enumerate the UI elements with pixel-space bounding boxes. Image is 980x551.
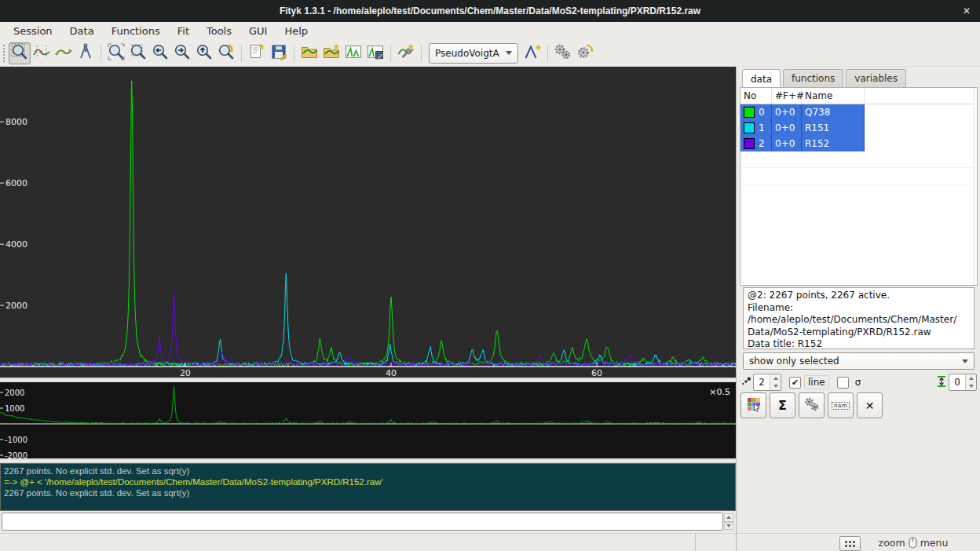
svg-text:1000: 1000 <box>5 404 24 413</box>
delete-button[interactable]: ✕ <box>857 392 883 418</box>
dataset-name: R151 <box>802 120 865 136</box>
console-output: 2267 points. No explicit std. dev. Set a… <box>0 463 736 511</box>
zoom-right-button[interactable] <box>171 42 193 64</box>
close-button[interactable]: ✕ <box>963 0 971 22</box>
y-shift-stepper[interactable]: 0 <box>949 374 977 391</box>
dataset-color-swatch[interactable] <box>744 107 755 118</box>
menubar: SessionDataFunctionsFitToolsGUIHelp <box>0 22 980 40</box>
dataset-f-count: 0+0 <box>772 104 802 120</box>
zoom-previous-button[interactable] <box>215 42 237 64</box>
main-plot-canvas: 2000400060008000204060 <box>0 67 736 378</box>
sum-button[interactable]: Σ <box>770 392 795 418</box>
main-plot[interactable]: 2000400060008000204060 <box>0 67 736 378</box>
functions-button[interactable] <box>799 392 825 418</box>
rename-button[interactable]: nam <box>828 392 854 418</box>
dataset-name: R152 <box>802 136 865 151</box>
zoom-up-icon <box>195 42 214 64</box>
function-type-value: PseudoVoigtA <box>435 48 499 59</box>
svg-text:4000: 4000 <box>5 239 27 250</box>
zoom-up-button[interactable] <box>193 42 215 64</box>
transform-data-button[interactable] <box>395 42 417 64</box>
zoom-right-icon <box>173 42 192 64</box>
data-list-scrollbar[interactable] <box>973 88 977 285</box>
toolbar-separator <box>421 45 422 62</box>
palette-icon <box>746 396 762 414</box>
zoom-vertical-button[interactable] <box>127 42 149 64</box>
baseline-mode-button[interactable] <box>53 42 75 64</box>
data-list-header: No#F+#Name <box>740 88 977 104</box>
data-colors-button[interactable] <box>740 392 766 418</box>
point-size-stepper[interactable]: 2 <box>753 374 781 391</box>
baseline-mode-icon <box>54 42 73 64</box>
menu-session[interactable]: Session <box>5 23 61 39</box>
toolbar-separator <box>241 45 242 62</box>
open-data-append-button[interactable] <box>320 42 342 64</box>
add-peak-mode-button[interactable] <box>75 42 97 64</box>
menu-fit[interactable]: Fit <box>169 23 198 39</box>
toolbar-grip[interactable] <box>2 45 5 62</box>
add-function-button[interactable] <box>521 42 543 64</box>
column-header[interactable]: Name <box>802 88 865 104</box>
dataset-f-count: 0+0 <box>772 120 802 136</box>
dataset-color-swatch[interactable] <box>744 138 755 149</box>
sidebar: datafunctionsvariables No#F+#Name 00+0Q7… <box>736 67 980 551</box>
console-line: =-> @+ < '/home/aleplo/test/Documents/Ch… <box>4 476 732 487</box>
save-plot-button[interactable] <box>364 42 386 64</box>
data-list[interactable]: No#F+#Name 00+0Q73810+0R15120+0R152 <box>740 87 978 286</box>
statusbar-right: zoom menu <box>737 533 980 551</box>
tab-data[interactable]: data <box>742 69 781 87</box>
new-script-button[interactable] <box>246 42 268 64</box>
dataset-row-Q738[interactable]: 00+0Q738 <box>740 104 977 120</box>
export-plot-button[interactable] <box>342 42 364 64</box>
aux-plot[interactable]: 20001000-1000-2000×0.5 <box>0 382 736 458</box>
open-data-icon <box>300 42 319 64</box>
menu-functions[interactable]: Functions <box>103 23 169 39</box>
toolbar-separator <box>390 45 391 62</box>
menu-gui[interactable]: GUI <box>240 23 276 39</box>
data-range-mode-icon <box>32 42 51 64</box>
command-history-spinner[interactable] <box>724 513 733 530</box>
close-icon: ✕ <box>865 400 875 412</box>
dataset-color-swatch[interactable] <box>744 122 755 133</box>
add-function-icon <box>523 42 542 64</box>
dataset-row-R152[interactable]: 20+0R152 <box>740 136 977 151</box>
menu-tools[interactable]: Tools <box>198 23 240 39</box>
menu-help[interactable]: Help <box>276 23 316 39</box>
info-line: Data/MoS2-templating/PXRD/R152.raw <box>748 327 970 339</box>
column-header[interactable]: #F+# <box>772 88 802 104</box>
open-data-append-icon <box>322 42 341 64</box>
fit-settings-icon <box>576 42 594 64</box>
sigma-checkbox[interactable] <box>837 377 849 389</box>
zoom-left-button[interactable] <box>149 42 171 64</box>
function-type-combo[interactable]: PseudoVoigtA <box>429 43 518 64</box>
menu-data[interactable]: Data <box>61 23 103 39</box>
tab-variables[interactable]: variables <box>846 69 906 87</box>
save-session-button[interactable] <box>268 42 290 64</box>
data-range-mode-button[interactable] <box>31 42 53 64</box>
column-header[interactable]: No <box>740 88 772 104</box>
sigma-sum-icon: Σ <box>778 398 787 413</box>
fit-run-button[interactable] <box>552 42 574 64</box>
new-script-icon <box>247 42 266 64</box>
zoom-all-button[interactable] <box>105 42 127 64</box>
mouse-hint: zoom menu <box>854 534 972 551</box>
svg-text:60: 60 <box>591 368 602 378</box>
info-line: @2: 2267 points, 2267 active. <box>748 290 970 302</box>
chevron-down-icon <box>962 359 968 363</box>
info-line: Filename: /home/aleplo/test/Documents/Ch… <box>748 302 970 327</box>
svg-text:-1000: -1000 <box>5 436 27 444</box>
add-peak-mode-icon <box>76 42 95 64</box>
info-line: Data title: R152 <box>748 338 970 349</box>
zoom-mode-icon <box>10 42 29 64</box>
fit-settings-button[interactable] <box>574 42 596 64</box>
toolbar-separator <box>101 45 101 62</box>
dataset-row-R151[interactable]: 10+0R151 <box>740 120 977 136</box>
open-data-button[interactable] <box>298 42 320 64</box>
show-filter-dropdown[interactable]: show only selected <box>743 352 975 370</box>
command-input-row <box>0 511 736 533</box>
tab-functions[interactable]: functions <box>783 69 843 87</box>
line-checkbox[interactable]: ✔ <box>789 377 801 389</box>
command-input[interactable] <box>2 513 723 531</box>
zoom-mode-button[interactable] <box>9 42 31 64</box>
aux-scale-label: ×0.5 <box>709 387 730 397</box>
